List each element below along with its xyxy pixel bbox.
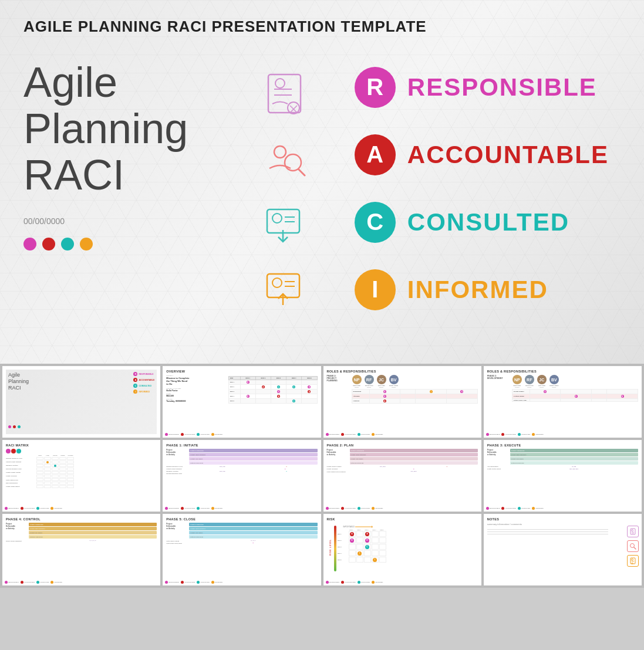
svg-line-25 xyxy=(634,547,636,549)
svg-point-14 xyxy=(272,278,282,287)
svg-point-24 xyxy=(630,544,635,548)
slide-title: AGILE PLANNING RACI PRESENTATION TEMPLAT… xyxy=(23,18,621,36)
svg-point-27 xyxy=(632,559,633,561)
date-placeholder: 00/00/0000 xyxy=(23,216,229,226)
svg-point-21 xyxy=(632,530,633,531)
dot-informed xyxy=(80,238,93,250)
thumb-roles1[interactable]: ROLES & RESPONSIBILITIES PHASE 2:PROJECT… xyxy=(323,366,481,438)
raci-label-i: INFORMED xyxy=(407,276,548,304)
dot-accountable xyxy=(42,238,55,250)
svg-point-5 xyxy=(274,146,286,158)
main-slide: AGILE PLANNING RACI PRESENTATION TEMPLAT… xyxy=(0,0,644,364)
thumb-phase2[interactable]: PHASE 2: PLAN ProjectDeliverableor Activ… xyxy=(323,440,481,512)
raci-item-i: I INFORMED xyxy=(355,269,609,310)
left-section: Agile Planning RACI 00/00/0000 xyxy=(23,48,229,329)
icon-document-person xyxy=(259,72,312,127)
svg-line-7 xyxy=(299,170,305,175)
slide-content: Agile Planning RACI 00/00/0000 xyxy=(23,48,621,329)
svg-point-6 xyxy=(285,154,301,171)
thumb-overview[interactable]: OVERVIEW PROJECT Mission to Completethe … xyxy=(163,366,321,438)
raci-label-r: RESPONSIBLE xyxy=(407,73,597,101)
raci-label-a: ACCOUNTABLE xyxy=(407,141,609,169)
thumb-raci-matrix[interactable]: RACI MATRIX Nelle Luigi Renee Elaine Geo… xyxy=(2,440,160,512)
thumb-phase1[interactable]: PHASE 1: INITIATE ProjectDeliverableor A… xyxy=(163,440,321,512)
color-dots xyxy=(23,238,229,250)
icon-card-upload xyxy=(262,262,309,312)
svg-point-3 xyxy=(275,79,285,88)
raci-label-c: CONSULTED xyxy=(407,208,569,236)
thumb-title-slide[interactable]: AgilePlanningRACI R RESPONSIBLE A ACCOUN… xyxy=(2,366,160,438)
svg-point-9 xyxy=(272,214,282,223)
raci-item-r: R RESPONSIBLE xyxy=(355,67,609,108)
icon-card-download xyxy=(262,201,309,250)
raci-item-a: A ACCOUNTABLE xyxy=(355,134,609,175)
raci-circle-c: C xyxy=(355,202,396,243)
svg-marker-19 xyxy=(372,526,373,528)
notes-icons xyxy=(627,526,639,567)
icon-person-search xyxy=(262,139,309,188)
raci-item-c: C CONSULTED xyxy=(355,202,609,243)
thumb-roles2[interactable]: ROLES & RESPONSIBILITIES PHASE 2:DEVELOP… xyxy=(484,366,642,438)
center-section xyxy=(229,48,343,329)
thumb-phase3[interactable]: PHASE 3: EXECUTE ProjectDeliverableor Ac… xyxy=(484,440,642,512)
thumb-phase5[interactable]: PHASE 5: CLOSE ProjectDeliverableor Acti… xyxy=(163,514,321,585)
dot-responsible xyxy=(23,238,36,250)
agile-title: Agile Planning RACI xyxy=(23,59,229,199)
dot-consulted xyxy=(61,238,74,250)
thumbnail-grid: AgilePlanningRACI R RESPONSIBLE A ACCOUN… xyxy=(0,364,644,588)
raci-circle-a: A xyxy=(355,134,396,175)
raci-circle-r: R xyxy=(355,67,396,108)
right-section: R RESPONSIBLE A ACCOUNTABLE C CONSULTED … xyxy=(343,48,621,329)
thumb-phase4[interactable]: PHASE 4: CONTROL ProjectDeliverableor Ac… xyxy=(2,514,160,585)
thumb-risk[interactable]: RISK RISK LEVEL IMPORTANCE Role 1 Role 2… xyxy=(323,514,481,585)
raci-circle-i: I xyxy=(355,269,396,310)
thumb-notes[interactable]: NOTES summary information / comments xyxy=(484,514,642,585)
